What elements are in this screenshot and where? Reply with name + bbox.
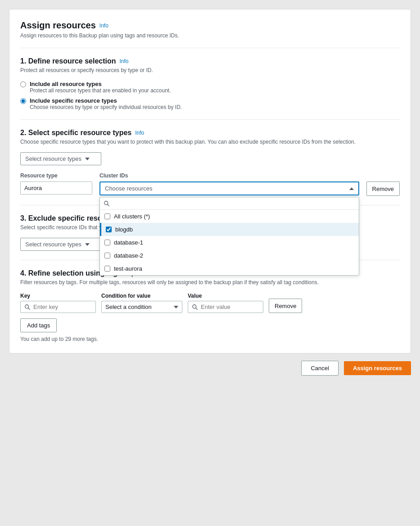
dropdown-item-test-aurora[interactable]: test-aurora [100, 262, 359, 275]
dropdown-item-label-blogdb: blogdb [115, 226, 133, 233]
section3-select-dropdown[interactable]: Select resource types [20, 238, 101, 251]
section3-dropdown-arrow-icon [85, 243, 90, 246]
value-label: Value [188, 293, 263, 299]
svg-line-1 [108, 204, 109, 205]
assign-resources-card: Assign resources Info Assign resources t… [9, 9, 411, 354]
svg-point-0 [104, 201, 108, 204]
table-row: Choose resources [20, 181, 400, 196]
dropdown-item-database-1[interactable]: database-1 [100, 236, 359, 249]
resource-type-input[interactable] [20, 181, 92, 195]
radio-specific-label: Include specific resource types [30, 97, 182, 104]
dropdown-item-blogdb[interactable]: blogdb [100, 223, 359, 236]
footer-bar: Cancel Assign resources [9, 361, 411, 376]
value-input[interactable] [201, 304, 259, 310]
section4: 4. Refine selection using tags - optiona… [20, 269, 400, 342]
choose-resources-button[interactable]: Choose resources [99, 181, 359, 195]
cluster-ids-container: Choose resources [99, 181, 359, 195]
choose-resources-label: Choose resources [105, 185, 153, 192]
dropdown-arrow-icon [85, 158, 90, 160]
tags-limit-note: You can add up to 29 more tags. [20, 336, 400, 342]
radio-all-desc: Protect all resource types that are enab… [30, 87, 171, 94]
divider-2 [20, 119, 400, 120]
add-tags-button[interactable]: Add tags [20, 318, 57, 332]
svg-line-3 [28, 308, 30, 309]
tags-remove-button[interactable]: Remove [269, 299, 302, 313]
dropdown-item-label-all-clusters: All clusters (*) [114, 213, 150, 220]
dropdown-item-label-test-aurora: test-aurora [114, 265, 142, 272]
dropdown-item-label-database-1: database-1 [114, 239, 143, 246]
dropdown-item-label-database-2: database-2 [114, 252, 143, 259]
checkbox-test-aurora[interactable] [104, 266, 110, 272]
section2: 2. Select specific resource types Info C… [20, 129, 400, 196]
section1-subtitle: Protect all resources or specify resourc… [20, 67, 400, 73]
checkbox-all-clusters[interactable] [104, 213, 110, 219]
key-label: Key [20, 293, 96, 299]
choose-resources-arrow-icon [349, 187, 354, 190]
radio-specific-input[interactable] [20, 98, 26, 104]
dropdown-item-database-2[interactable]: database-2 [100, 249, 359, 262]
radio-all-input[interactable] [20, 82, 26, 87]
resource-type-radio-group: Include all resource types Protect all r… [20, 81, 400, 110]
section2-subtitle: Choose specific resource types that you … [20, 139, 400, 145]
radio-all-label: Include all resource types [30, 81, 171, 87]
table-header: Resource type Cluster IDs [20, 172, 400, 179]
dropdown-search-row [100, 197, 359, 210]
section4-subtitle: Filter resources by tags. For multiple t… [20, 279, 400, 286]
radio-item-specific: Include specific resource types Choose r… [20, 97, 400, 110]
section1: 1. Define resource selection Info Protec… [20, 57, 400, 110]
section1-info-link[interactable]: Info [120, 58, 129, 64]
section1-heading: 1. Define resource selection [20, 57, 116, 65]
condition-select[interactable]: Select a condition [101, 301, 182, 313]
dropdown-item-all-clusters[interactable]: All clusters (*) [100, 210, 359, 223]
col-cluster-ids-header: Cluster IDs [99, 172, 400, 179]
svg-line-5 [196, 308, 197, 309]
section2-info-link[interactable]: Info [135, 130, 144, 136]
select-resource-types-dropdown[interactable]: Select resource types [20, 152, 101, 165]
search-icon [104, 200, 110, 207]
key-input-wrap [20, 301, 96, 313]
key-search-icon [24, 304, 31, 310]
resource-table: Resource type Cluster IDs Choose resourc… [20, 172, 400, 196]
svg-point-4 [193, 304, 196, 308]
value-search-icon [192, 304, 198, 310]
radio-specific-desc: Choose resources by type or specify indi… [30, 104, 182, 110]
cancel-button[interactable]: Cancel [301, 361, 338, 376]
radio-item-all: Include all resource types Protect all r… [20, 81, 400, 94]
tags-col-key: Key [20, 293, 96, 313]
svg-point-2 [25, 304, 29, 308]
section2-title: 2. Select specific resource types Info [20, 129, 400, 137]
condition-arrow-icon [174, 306, 178, 308]
condition-label: Condition for value [101, 293, 182, 299]
assign-resources-button[interactable]: Assign resources [344, 361, 411, 375]
divider-1 [20, 48, 400, 48]
page-info-link[interactable]: Info [99, 23, 108, 29]
page-title-row: Assign resources Info [20, 20, 400, 31]
tags-col-condition: Condition for value Select a condition [101, 293, 182, 313]
value-input-wrap [188, 301, 263, 313]
remove-button[interactable]: Remove [366, 181, 400, 196]
select-resource-types-label: Select resource types [25, 155, 81, 162]
dropdown-search-input[interactable] [113, 200, 355, 207]
checkbox-blogdb[interactable] [106, 227, 112, 232]
condition-placeholder: Select a condition [105, 304, 152, 310]
page-subtitle: Assign resources to this Backup plan usi… [20, 32, 400, 39]
cluster-dropdown-panel: All clusters (*) blogdb database-1 [99, 197, 359, 276]
page-title-text: Assign resources [20, 20, 96, 31]
tags-row: Key Condition for value Select a conditi… [20, 293, 400, 313]
tags-col-value: Value [188, 293, 263, 313]
checkbox-database-2[interactable] [104, 253, 110, 258]
section2-heading: 2. Select specific resource types [20, 129, 131, 137]
key-input[interactable] [33, 304, 92, 310]
page-header: Assign resources Info Assign resources t… [20, 20, 400, 39]
col-resource-type-header: Resource type [20, 172, 92, 179]
checkbox-database-1[interactable] [104, 240, 110, 245]
section3-select-label: Select resource types [25, 241, 81, 248]
section1-title: 1. Define resource selection Info [20, 57, 400, 65]
